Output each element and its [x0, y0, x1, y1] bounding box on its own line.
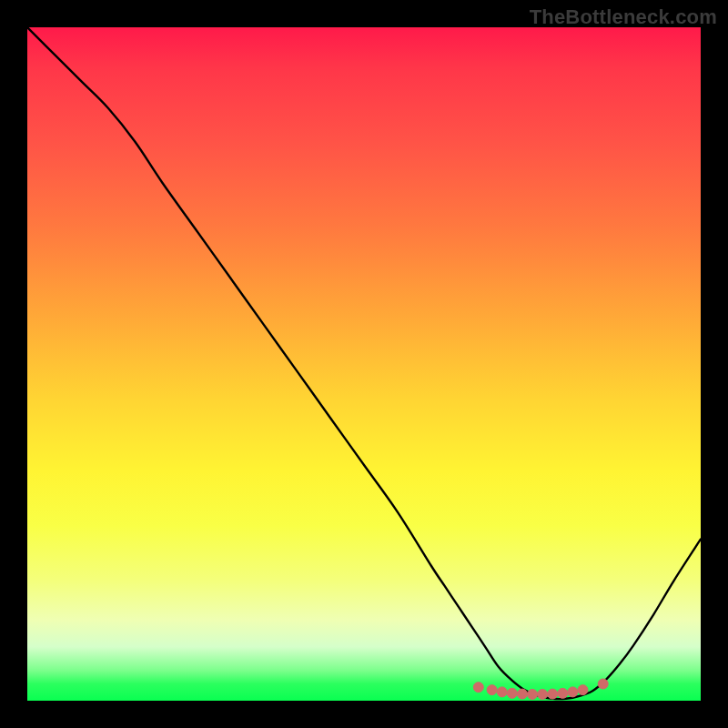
- marker-dot: [568, 687, 578, 697]
- marker-dot: [517, 689, 527, 699]
- chart-frame: TheBottleneck.com: [0, 0, 728, 728]
- marker-dot: [487, 685, 497, 695]
- bottleneck-curve-line: [27, 27, 701, 699]
- curve-layer: [27, 27, 701, 701]
- marker-dot: [507, 688, 517, 698]
- marker-dot: [598, 679, 608, 689]
- marker-dot: [473, 682, 483, 693]
- marker-dot: [558, 688, 568, 698]
- marker-dot: [528, 689, 538, 699]
- marker-dot: [497, 687, 507, 697]
- watermark-text: TheBottleneck.com: [530, 5, 717, 29]
- marker-dot: [538, 689, 548, 699]
- optimal-range-markers: [473, 679, 608, 699]
- plot-area: [27, 27, 701, 701]
- marker-dot: [548, 689, 558, 699]
- marker-dot: [578, 685, 588, 695]
